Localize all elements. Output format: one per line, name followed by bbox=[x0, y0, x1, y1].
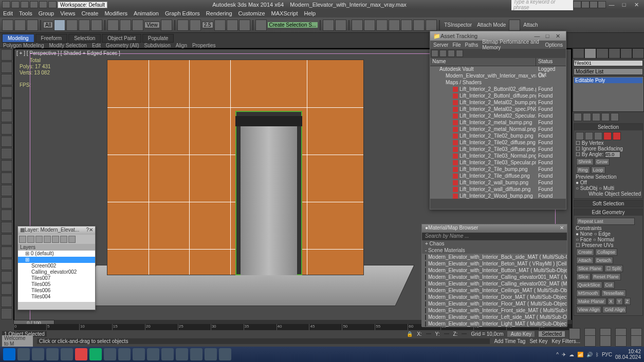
material-row[interactable]: Modern_Elevator_with_Interior_Calling_el… bbox=[422, 274, 567, 280]
ribbon-tab-object paint[interactable]: Object Paint bbox=[102, 34, 141, 43]
asset-list[interactable]: Autodesk VaultLogged OutModern_Elevator_… bbox=[430, 66, 566, 199]
left-tool-16[interactable] bbox=[1, 246, 12, 258]
asset-row[interactable]: Lift_Interior_2_Metal02_Specular.pngFoun… bbox=[430, 113, 566, 120]
layer-add-icon[interactable] bbox=[35, 236, 43, 243]
tray-language[interactable]: РУС bbox=[602, 352, 612, 357]
ref-coord-dropdown[interactable]: View bbox=[144, 22, 160, 28]
asset-row[interactable]: Modern_Elevator_with_Interior_max_vray.m… bbox=[430, 73, 566, 80]
constraint-edge-radio[interactable]: ○ Edge bbox=[594, 231, 611, 237]
tray-network-icon[interactable]: 📶 bbox=[577, 352, 583, 357]
menu-animation[interactable]: Animation bbox=[134, 10, 159, 16]
left-tool-5[interactable] bbox=[1, 111, 12, 122]
polygon-subobj-icon[interactable] bbox=[603, 132, 612, 140]
autokey-button[interactable]: Auto Key bbox=[507, 331, 535, 337]
left-tool-4[interactable] bbox=[1, 99, 12, 110]
app-taskbar-icon-2[interactable] bbox=[46, 348, 59, 360]
ribbon-panel-align[interactable]: Align bbox=[176, 43, 187, 48]
asset-row[interactable]: Lift_Interior_2_wall_diffuse.pngFound bbox=[430, 186, 566, 193]
left-tool-15[interactable] bbox=[1, 234, 12, 245]
shrink-button[interactable]: Shrink bbox=[576, 158, 594, 165]
preview-subobj-radio[interactable]: ○ SubObj bbox=[576, 185, 597, 191]
setkey-button[interactable]: Set Key bbox=[529, 338, 547, 344]
asset-row[interactable]: Lift_Interior_2_ButtonI02_diffuse.pngFou… bbox=[430, 86, 566, 93]
asset-refresh-icon[interactable] bbox=[431, 50, 438, 57]
app-taskbar-icon-6[interactable] bbox=[176, 348, 188, 360]
ribbon-panel-modify-selection[interactable]: Modify Selection bbox=[49, 43, 87, 48]
element-subobj-icon[interactable] bbox=[613, 132, 621, 140]
tsinspector-label[interactable]: TSInspector bbox=[442, 22, 474, 28]
asset-menu-server[interactable]: Server bbox=[433, 42, 448, 48]
ring-button[interactable]: Ring bbox=[576, 166, 590, 174]
constraint-normal-radio[interactable]: ○ Normal bbox=[593, 237, 614, 242]
planar-z[interactable]: Z bbox=[624, 298, 631, 305]
left-tool-10[interactable] bbox=[1, 173, 12, 184]
asset-row[interactable]: Maps / Shaders bbox=[430, 80, 566, 86]
left-tool-7[interactable] bbox=[1, 136, 12, 147]
attach-mode-label[interactable]: Attach Mode bbox=[475, 22, 508, 28]
left-tool-14[interactable] bbox=[1, 222, 12, 233]
msmooth-button[interactable]: MSmooth bbox=[576, 290, 600, 297]
asset-table-icon[interactable] bbox=[456, 50, 463, 57]
material-map-browser[interactable]: ● Material/Map Browser ✕ Search by Name … bbox=[421, 224, 567, 327]
ignore-backfacing-checkbox[interactable]: ☐ Ignore Backfacing bbox=[576, 146, 641, 151]
left-tool-17[interactable] bbox=[1, 259, 12, 270]
layer-manager-button[interactable] bbox=[352, 20, 363, 31]
quickslice-button[interactable]: QuickSlice bbox=[576, 281, 602, 289]
asset-row[interactable]: Lift_Interior_2_Metal02_bump.pngFound bbox=[430, 100, 566, 106]
left-tool-2[interactable] bbox=[1, 74, 12, 85]
modifier-stack[interactable]: Editable Poly bbox=[573, 76, 644, 112]
asset-row[interactable]: Lift_Interior_2_ButtonI_diffuse.pngFound bbox=[430, 93, 566, 100]
render-setup-button[interactable] bbox=[401, 20, 412, 31]
layer-hide-icon[interactable] bbox=[60, 236, 67, 243]
layer-row[interactable]: Calling_elevator002 bbox=[18, 269, 95, 275]
tray-telegram-icon[interactable]: ✈ bbox=[562, 352, 566, 357]
ribbon-panel-polygon-modeling[interactable]: Polygon Modeling bbox=[3, 43, 44, 48]
tray-bluetooth-icon[interactable]: ᛒ bbox=[596, 352, 599, 357]
menu-create[interactable]: Create bbox=[81, 10, 98, 16]
close-button[interactable]: ✕ bbox=[631, 2, 642, 8]
left-tool-8[interactable] bbox=[1, 148, 12, 159]
viewport-nav-max-icon[interactable] bbox=[631, 335, 642, 347]
asset-row[interactable]: Lift_Interior_2_metal_Normal.pngFound bbox=[430, 126, 566, 133]
detach-button[interactable]: Detach bbox=[595, 257, 614, 264]
preview-off-radio[interactable]: ● Off bbox=[576, 180, 641, 185]
modifier-editable-poly[interactable]: Editable Poly bbox=[574, 78, 642, 83]
left-tool-19[interactable] bbox=[1, 283, 12, 295]
modifier-list-dropdown[interactable]: Modifier List bbox=[574, 68, 643, 75]
asset-row[interactable]: Lift_Interior_2_Tile03_Normal.pngFound bbox=[430, 153, 566, 160]
explorer-icon[interactable] bbox=[17, 348, 30, 360]
loop-button[interactable]: Loop bbox=[591, 166, 605, 174]
material-row[interactable]: Modern_Elevator_with_Interior_Button_MAT… bbox=[422, 267, 567, 274]
select-by-name-button[interactable] bbox=[66, 20, 78, 31]
undo-icon[interactable] bbox=[39, 1, 47, 8]
preserve-uvs-checkbox[interactable]: ☐ Preserve UVs bbox=[576, 242, 641, 248]
comm-center-icon[interactable] bbox=[581, 1, 590, 8]
redo-button[interactable] bbox=[14, 20, 26, 31]
layer-list[interactable]: ⊞ 0 (default)⊞ Modern_Elevator_with_Inte… bbox=[18, 251, 95, 302]
tessellate-button[interactable]: Tessellate bbox=[601, 290, 626, 297]
attach-label[interactable]: Attach bbox=[521, 22, 540, 28]
left-tool-12[interactable] bbox=[1, 197, 12, 208]
keyboard-shortcut-button[interactable] bbox=[190, 20, 201, 31]
menu-customize[interactable]: Customize bbox=[238, 10, 265, 16]
render-frame-button[interactable] bbox=[413, 20, 425, 31]
asset-minimize-button[interactable]: — bbox=[532, 33, 542, 39]
material-row[interactable]: Modern_Elevator_with_Interior_Beton_MAT … bbox=[422, 260, 567, 267]
edge-icon[interactable] bbox=[205, 348, 217, 360]
app-taskbar-icon-7[interactable] bbox=[190, 348, 203, 360]
taskbar-clock[interactable]: 10:42 08.04.2024 bbox=[615, 349, 641, 360]
select-manipulate-button[interactable] bbox=[177, 20, 189, 31]
render-button[interactable] bbox=[426, 20, 437, 31]
layer-row[interactable]: Tiles007 bbox=[18, 275, 95, 281]
edge-subobj-icon[interactable] bbox=[585, 132, 593, 140]
selection-filter-dropdown[interactable]: All bbox=[43, 22, 53, 28]
asset-menu-file[interactable]: File bbox=[452, 42, 461, 48]
ribbon-panel-subdivision[interactable]: Subdivision bbox=[144, 43, 171, 48]
create-button[interactable]: Create bbox=[576, 249, 594, 256]
layer-close-button[interactable]: ✕ bbox=[89, 227, 93, 234]
asset-name-column[interactable]: Name bbox=[430, 58, 536, 66]
coord-z-input[interactable] bbox=[462, 333, 467, 334]
add-time-tag[interactable]: Add Time Tag bbox=[494, 338, 525, 344]
grid-align-button[interactable]: Grid Align bbox=[602, 306, 627, 313]
asset-row[interactable]: Lift_Interior_2_Tile03_diffuse.pngFound bbox=[430, 146, 566, 153]
